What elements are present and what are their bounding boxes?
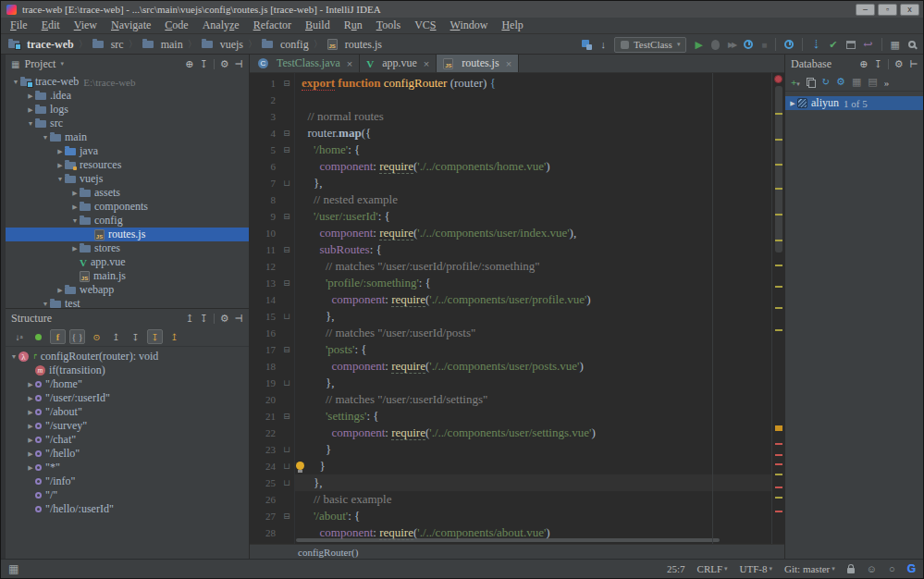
- project-tree[interactable]: ▼trace-webE:\trace-web▶.idea▶logs▼src▼ma…: [6, 73, 249, 308]
- project-item-main[interactable]: ▼main: [6, 130, 249, 144]
- structure-item[interactable]: ▶"*": [6, 461, 249, 474]
- arrow-expanded-icon[interactable]: ▼: [41, 301, 50, 308]
- structure-item[interactable]: mif(transition): [6, 363, 249, 377]
- translation-icon[interactable]: [582, 40, 592, 50]
- show-braces-icon[interactable]: { }: [69, 329, 85, 344]
- project-item-app.vue[interactable]: Vapp.vue: [6, 255, 249, 269]
- code-line-1[interactable]: 1⊟export function configRouter (router) …: [250, 75, 771, 92]
- code-line-24[interactable]: 24⊔ }: [250, 458, 771, 474]
- project-item-stores[interactable]: ▶stores: [6, 241, 249, 255]
- arrow-expanded-icon[interactable]: ▼: [9, 353, 18, 361]
- fold-end-icon[interactable]: ⊔: [281, 541, 292, 544]
- database-panel-title[interactable]: Database: [791, 57, 832, 71]
- readonly-lock-icon[interactable]: [847, 568, 855, 573]
- arrow-expanded-icon[interactable]: ▼: [70, 217, 80, 225]
- fold-end-icon[interactable]: ⊔: [281, 375, 292, 391]
- refresh-icon[interactable]: ↻: [821, 76, 830, 88]
- arrow-collapsed-icon[interactable]: ▶: [26, 106, 35, 114]
- profiler-button[interactable]: [744, 40, 753, 49]
- code-line-5[interactable]: 5⊟ '/home': {: [250, 142, 771, 158]
- fold-end-icon[interactable]: ⊔: [281, 308, 292, 325]
- vcs-update-icon[interactable]: ⇣: [811, 38, 820, 52]
- collapse-all-icon[interactable]: ↧: [873, 58, 881, 70]
- arrow-collapsed-icon[interactable]: ▶: [26, 395, 35, 402]
- visibility-icon[interactable]: [31, 329, 46, 344]
- fold-open-icon[interactable]: ⊟: [281, 508, 292, 524]
- stop-button[interactable]: ■: [761, 40, 767, 50]
- project-item-resources[interactable]: ▶resources: [6, 158, 249, 172]
- arrow-expanded-icon[interactable]: ▼: [55, 176, 65, 183]
- arrow-collapsed-icon[interactable]: ▶: [26, 450, 35, 458]
- menu-analyze[interactable]: Analyze: [203, 18, 240, 32]
- code-line-19[interactable]: 19⊔ },: [250, 375, 771, 391]
- menu-view[interactable]: View: [74, 18, 97, 32]
- table-icon[interactable]: ▤: [868, 76, 877, 88]
- expand-all-icon[interactable]: ↥: [108, 329, 124, 344]
- breadcrumb-main[interactable]: main: [142, 38, 183, 52]
- arrow-collapsed-icon[interactable]: ▶: [26, 423, 35, 430]
- console-icon[interactable]: ▦: [852, 76, 861, 88]
- code-editor[interactable]: 1⊟export function configRouter (router) …: [250, 73, 771, 544]
- project-item-assets[interactable]: ▶assets: [6, 186, 249, 200]
- menu-help[interactable]: Help: [501, 18, 523, 32]
- breadcrumb-routes.js[interactable]: routes.js: [327, 38, 382, 52]
- google-plugin-icon[interactable]: G: [907, 562, 916, 575]
- breadcrumb-vuejs[interactable]: vuejs: [202, 38, 243, 52]
- code-line-8[interactable]: 8 // nested example: [250, 191, 771, 208]
- fold-open-icon[interactable]: ⊟: [281, 341, 292, 358]
- arrow-collapsed-icon[interactable]: ▶: [26, 437, 35, 444]
- line-ending-selector[interactable]: CRLF▾: [697, 563, 728, 574]
- code-line-13[interactable]: 13⊟ 'profile/:something': {: [250, 275, 771, 291]
- code-line-3[interactable]: 3 // normal routes: [250, 108, 771, 125]
- minimize-button[interactable]: –: [856, 4, 875, 16]
- notifications-icon[interactable]: ○: [889, 563, 895, 574]
- project-item-trace-web[interactable]: ▼trace-webE:\trace-web: [6, 75, 249, 89]
- menu-tools[interactable]: Tools: [376, 18, 401, 32]
- code-line-22[interactable]: 22 component: require('./../components/u…: [250, 425, 771, 441]
- project-item-java[interactable]: ▶java: [6, 144, 249, 158]
- close-icon[interactable]: ×: [347, 58, 352, 69]
- menu-file[interactable]: File: [10, 18, 28, 32]
- breadcrumb-trace-web[interactable]: trace-web: [8, 38, 74, 52]
- fold-open-icon[interactable]: ⊟: [281, 142, 292, 158]
- caret-position[interactable]: 25:7: [667, 563, 685, 574]
- code-line-27[interactable]: 27⊟ '/about': {: [250, 508, 771, 524]
- structure-item[interactable]: "/": [6, 488, 249, 502]
- fold-end-icon[interactable]: ⊔: [281, 458, 292, 474]
- project-item-components[interactable]: ▶components: [6, 200, 249, 214]
- structure-item[interactable]: ▶"/survey": [6, 419, 249, 433]
- encoding-selector[interactable]: UTF-8▾: [740, 563, 772, 574]
- menu-navigate[interactable]: Navigate: [111, 18, 151, 32]
- run-anything-button[interactable]: [784, 40, 794, 49]
- structure-item[interactable]: ▶"/chat": [6, 433, 249, 447]
- add-datasource-button[interactable]: +▾: [791, 77, 800, 88]
- hide-panel-icon[interactable]: ⊣: [235, 58, 243, 70]
- project-item-webapp[interactable]: ▶webapp: [6, 283, 249, 297]
- gear-icon[interactable]: ⚙: [220, 58, 229, 70]
- code-line-11[interactable]: 11⊟ subRoutes: {: [250, 241, 771, 258]
- close-icon[interactable]: ×: [506, 58, 511, 69]
- code-line-25[interactable]: 25⊔ },: [250, 474, 771, 491]
- code-line-7[interactable]: 7⊔ },: [250, 175, 771, 191]
- run-button[interactable]: ▶: [695, 39, 702, 51]
- tab-routes.js[interactable]: routes.js×: [437, 55, 519, 72]
- close-icon[interactable]: ×: [424, 58, 429, 69]
- hide-panel-icon[interactable]: ⊣: [909, 58, 918, 70]
- structure-item[interactable]: ▼λ↱configRouter(router): void: [6, 350, 249, 363]
- arrow-collapsed-icon[interactable]: ▶: [70, 245, 80, 253]
- menu-run[interactable]: Run: [344, 18, 363, 32]
- arrow-collapsed-icon[interactable]: ▶: [26, 92, 35, 100]
- vcs-branch-selector[interactable]: Git: master▾: [784, 563, 835, 574]
- locate-icon[interactable]: ⊕: [859, 58, 868, 70]
- fold-end-icon[interactable]: ⊔: [281, 175, 292, 191]
- arrow-expanded-icon[interactable]: ▼: [26, 120, 35, 128]
- tab-TestClass.java[interactable]: CTestClass.java×: [252, 55, 360, 72]
- arrow-collapsed-icon[interactable]: ▶: [70, 203, 80, 211]
- autoscroll-from-source-icon[interactable]: ↥: [166, 329, 182, 344]
- arrow-collapsed-icon[interactable]: ▶: [26, 409, 35, 416]
- code-line-17[interactable]: 17⊟ 'posts': {: [250, 341, 771, 358]
- fold-end-icon[interactable]: ⊔: [281, 441, 292, 458]
- code-line-10[interactable]: 10 component: require('./../components/u…: [250, 225, 771, 241]
- sort-alpha-icon[interactable]: ↓a: [11, 329, 27, 344]
- autoscroll-to-source-icon[interactable]: ↧: [147, 329, 163, 344]
